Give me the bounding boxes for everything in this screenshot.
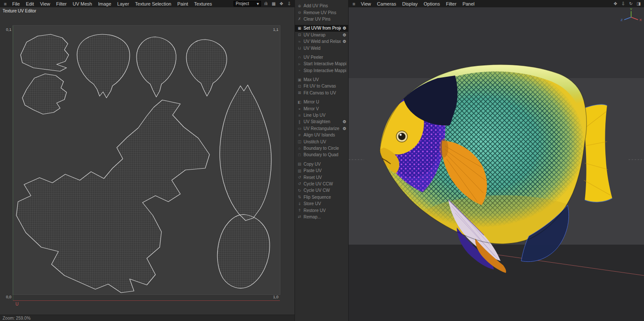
menu-item-line-up-uv[interactable]: ≡Line Up UV [295, 112, 348, 118]
menu-item-cycle-uv-ccw[interactable]: ↺Cycle UV CCW [295, 181, 348, 187]
hand-icon[interactable]: ✥ [613, 1, 618, 6]
mirror-u-icon: ◧ [297, 100, 302, 104]
menu-item-label: UV Straighten [304, 119, 341, 124]
menu-uv-mesh[interactable]: UV Mesh [70, 1, 95, 6]
gear-icon[interactable]: ⚙ [343, 126, 346, 131]
uv-island[interactable] [77, 34, 130, 98]
menu-item-add-uv-pins[interactable]: ⊕Add UV Pins [295, 3, 348, 9]
menu-layer[interactable]: Layer [114, 1, 132, 6]
menu-item-max-uv[interactable]: ▣Max UV [295, 76, 348, 83]
vp-menu-view[interactable]: View [358, 1, 374, 6]
menu-file[interactable]: File [9, 1, 23, 6]
menu-item-flip-sequence[interactable]: ⇅Flip Sequence [295, 194, 348, 200]
vp-menu-panel[interactable]: Panel [459, 1, 477, 6]
uv-editor-menubar: ≡ File Edit View Filter UV Mesh Image La… [0, 0, 295, 7]
menu-item-set-uvw-from-projection[interactable]: ⊞Set UVW from Projection⚙ [295, 25, 348, 31]
menu-item-restore-uv[interactable]: ⇑Restore UV [295, 207, 348, 213]
uv-v-axis [13, 26, 13, 301]
viewport-menubar: ≡ View Cameras Display Options Filter Pa… [349, 0, 644, 7]
menu-texture-selection[interactable]: Texture Selection [132, 1, 174, 6]
menu-filter[interactable]: Filter [53, 1, 70, 6]
menu-item-label: Unstitch UV [304, 139, 346, 144]
menu-item-start-interactive-mapping[interactable]: ▹Start Interactive Mapping [295, 61, 348, 67]
uv-island[interactable] [186, 39, 227, 96]
menu-item-cycle-uv-cw[interactable]: ↻Cycle UV CW [295, 187, 348, 194]
uv-corner-bottom-left: 0,0 [6, 295, 12, 299]
uv-island[interactable] [220, 85, 271, 221]
align-icon: # [297, 133, 302, 137]
menu-item-uv-rectangularize[interactable]: ▭UV Rectangularize⚙ [295, 125, 348, 132]
menu-item-label: Paste UV [304, 168, 346, 173]
menu-item-unstitch-uv[interactable]: ◫Unstitch UV [295, 138, 348, 145]
fish-model[interactable] [374, 60, 612, 273]
pin-remove-icon: ⊖ [297, 10, 302, 15]
menu-item-label: Align UV Islands [304, 133, 346, 137]
weld-icon: ⊔ [297, 46, 302, 50]
menu-paint[interactable]: Paint [174, 1, 191, 6]
menu-item-label: Add UV Pins [304, 3, 346, 8]
menu-item-remap[interactable]: ⇄Remap... [295, 214, 348, 220]
viewport-3d[interactable]: ≡ View Cameras Display Options Filter Pa… [349, 0, 644, 321]
zoom-level: Zoom: 259.0% [3, 316, 30, 321]
panel-icon[interactable]: ◨ [636, 1, 641, 6]
gear-icon[interactable]: ⚙ [343, 26, 346, 30]
project-dropdown[interactable]: Project ▾ [234, 1, 261, 6]
menu-item-fit-uv-to-canvas[interactable]: ⊡Fit UV to Canvas [295, 83, 348, 89]
vp-menu-display[interactable]: Display [399, 1, 421, 6]
menu-item-align-uv-islands[interactable]: #Align UV Islands [295, 132, 348, 138]
line-up-icon: ≡ [297, 113, 302, 118]
menu-item-boundary-to-circle[interactable]: ○Boundary to Circle [295, 145, 348, 151]
menu-item-copy-uv[interactable]: ▤Copy UV [295, 161, 348, 167]
unwrap-icon: ⊟ [297, 33, 302, 37]
menu-item-mirror-u[interactable]: ◧Mirror U [295, 99, 348, 105]
vp-menu-filter[interactable]: Filter [443, 1, 459, 6]
menu-textures[interactable]: Textures [191, 1, 215, 6]
gear-icon[interactable]: ⚙ [343, 39, 346, 44]
hamburger-icon[interactable]: ≡ [1, 1, 9, 6]
rectangularize-icon: ▭ [297, 126, 302, 130]
flip-icon: ⇅ [297, 195, 302, 199]
menu-item-label: Mirror V [304, 106, 346, 111]
grid-icon[interactable]: ▦ [271, 1, 276, 6]
menu-item-uv-peeler[interactable]: ∩UV Peeler [295, 54, 348, 61]
menu-view[interactable]: View [37, 1, 53, 6]
menu-edit[interactable]: Edit [23, 1, 37, 6]
menu-item-mirror-v[interactable]: ◒Mirror V [295, 105, 348, 112]
menu-item-stop-interactive-mapping[interactable]: ▫Stop Interactive Mapping [295, 67, 348, 74]
hamburger-icon[interactable]: ≡ [350, 1, 358, 6]
menu-item-label: Cycle UV CW [304, 188, 346, 193]
menu-item-store-uv[interactable]: ⇓Store UV [295, 200, 348, 207]
download-icon[interactable]: ⇩ [286, 1, 292, 6]
uv-island[interactable] [137, 37, 176, 97]
vp-menu-cameras[interactable]: Cameras [374, 1, 399, 6]
menu-item-uv-unwrap[interactable]: ⊟UV Unwrap⚙ [295, 32, 348, 38]
history-icon[interactable]: ↻ [628, 1, 634, 6]
uv-island[interactable] [217, 215, 270, 288]
menu-item-clear-uv-pins[interactable]: ✗Clear UV Pins [295, 16, 348, 22]
reset-icon: ↺ [297, 175, 302, 179]
axis-gizmo[interactable]: Y Z X [619, 8, 643, 26]
scene-canvas[interactable] [349, 0, 644, 321]
vp-menu-options[interactable]: Options [421, 1, 443, 6]
histogram-icon[interactable]: ılı [263, 1, 269, 6]
menu-item-paste-uv[interactable]: ▥Paste UV [295, 167, 348, 174]
menu-item-label: Boundary to Quad [304, 152, 346, 157]
gear-icon[interactable]: ⚙ [343, 33, 346, 37]
menu-item-remove-uv-pins[interactable]: ⊖Remove UV Pins [295, 9, 348, 15]
menu-image[interactable]: Image [95, 1, 114, 6]
menu-item-reset-uv[interactable]: ↺Reset UV [295, 174, 348, 180]
menu-item-uv-weld[interactable]: ⊔UV Weld [295, 45, 348, 51]
uv-island[interactable] [16, 100, 210, 293]
hand-icon[interactable]: ✥ [279, 1, 284, 6]
fit-canvas-icon: ⊠ [297, 91, 302, 95]
uv-island[interactable] [21, 34, 69, 71]
download-icon[interactable]: ⇩ [620, 1, 626, 6]
menu-item-boundary-to-quad[interactable]: □Boundary to Quad [295, 151, 348, 158]
uv-commands-menu: ⊕Add UV Pins ⊖Remove UV Pins ✗Clear UV P… [295, 0, 349, 321]
menu-item-uv-weld-and-relax[interactable]: ≈UV Weld and Relax⚙ [295, 38, 348, 45]
menu-item-uv-straighten[interactable]: ∥UV Straighten⚙ [295, 118, 348, 125]
menu-item-label: Boundary to Circle [304, 146, 346, 151]
gear-icon[interactable]: ⚙ [343, 119, 346, 124]
menu-item-fit-canvas-to-uv[interactable]: ⊠Fit Canvas to UV [295, 90, 348, 96]
uv-island[interactable] [22, 74, 67, 114]
